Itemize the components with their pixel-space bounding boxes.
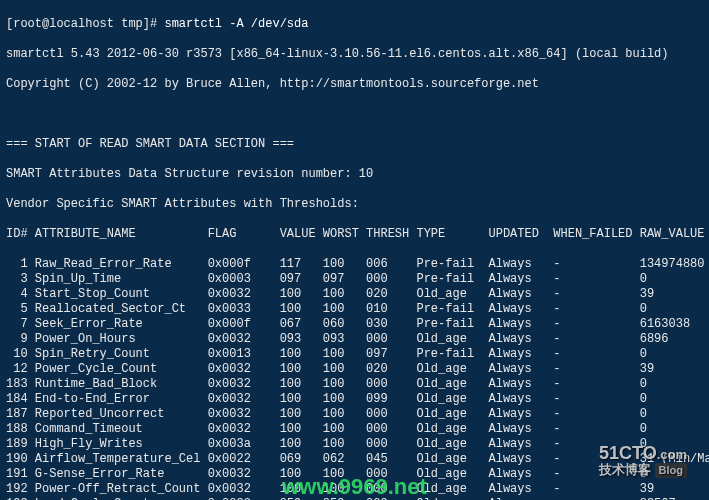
table-header: ID# ATTRIBUTE_NAME FLAG VALUE WORST THRE… (6, 227, 703, 242)
version-line: smartctl 5.43 2012-06-30 r3573 [x86_64-l… (6, 47, 703, 62)
table-row: 189 High_Fly_Writes 0x003a 100 100 000 O… (6, 437, 703, 452)
table-row: 190 Airflow_Temperature_Cel 0x0022 069 0… (6, 452, 703, 467)
copyright-line: Copyright (C) 2002-12 by Bruce Allen, ht… (6, 77, 703, 92)
table-row: 188 Command_Timeout 0x0032 100 100 000 O… (6, 422, 703, 437)
section-header: === START OF READ SMART DATA SECTION === (6, 137, 703, 152)
table-row: 191 G-Sense_Error_Rate 0x0032 100 100 00… (6, 467, 703, 482)
table-row: 10 Spin_Retry_Count 0x0013 100 100 097 P… (6, 347, 703, 362)
table-row: 184 End-to-End_Error 0x0032 100 100 099 … (6, 392, 703, 407)
table-row: 3 Spin_Up_Time 0x0003 097 097 000 Pre-fa… (6, 272, 703, 287)
command-text: smartctl -A /dev/sda (164, 17, 308, 31)
table-row: 183 Runtime_Bad_Block 0x0032 100 100 000… (6, 377, 703, 392)
table-row: 4 Start_Stop_Count 0x0032 100 100 020 Ol… (6, 287, 703, 302)
prompt-line: [root@localhost tmp]# smartctl -A /dev/s… (6, 17, 703, 32)
struct-rev-line: SMART Attributes Data Structure revision… (6, 167, 703, 182)
shell-prompt: [root@localhost tmp]# (6, 17, 164, 31)
vendor-line: Vendor Specific SMART Attributes with Th… (6, 197, 703, 212)
table-row: 187 Reported_Uncorrect 0x0032 100 100 00… (6, 407, 703, 422)
table-row: 5 Reallocated_Sector_Ct 0x0033 100 100 0… (6, 302, 703, 317)
terminal-output[interactable]: [root@localhost tmp]# smartctl -A /dev/s… (0, 0, 709, 500)
table-row: 192 Power-Off_Retract_Count 0x0032 100 1… (6, 482, 703, 497)
blank-line (6, 107, 703, 122)
table-row: 1 Raw_Read_Error_Rate 0x000f 117 100 006… (6, 257, 703, 272)
table-row: 7 Seek_Error_Rate 0x000f 067 060 030 Pre… (6, 317, 703, 332)
table-row: 12 Power_Cycle_Count 0x0032 100 100 020 … (6, 362, 703, 377)
table-row: 9 Power_On_Hours 0x0032 093 093 000 Old_… (6, 332, 703, 347)
